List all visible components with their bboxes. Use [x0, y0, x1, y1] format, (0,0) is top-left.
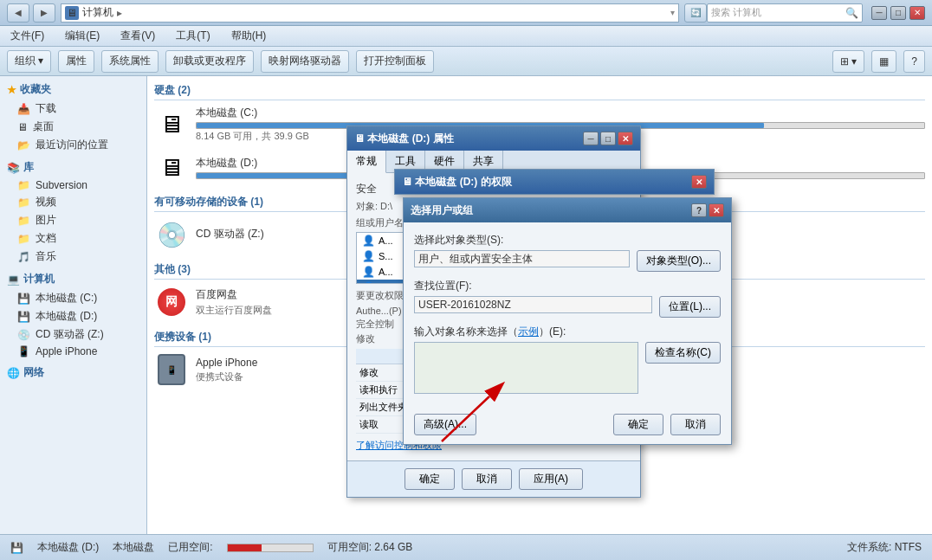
drive-d-icon-large: 🖥	[154, 150, 189, 184]
properties-cancel-btn[interactable]: 取消	[462, 468, 512, 490]
view-options-button[interactable]: ⊞ ▾	[832, 50, 864, 73]
sidebar-item-picture[interactable]: 📁 图片	[0, 211, 146, 229]
menu-help[interactable]: 帮助(H)	[228, 27, 270, 45]
status-fs: 文件系统: NTFS	[847, 540, 922, 555]
sidebar-item-drive-c[interactable]: 💾 本地磁盘 (C:)	[0, 289, 146, 307]
sidebar-item-iphone[interactable]: 📱 Apple iPhone	[0, 344, 146, 359]
details-pane-button[interactable]: ▦	[871, 50, 896, 73]
baidu-icon: 网	[154, 285, 189, 319]
dialog-properties-footer: 确定 取消 应用(A)	[347, 460, 640, 497]
menu-edit[interactable]: 编辑(E)	[61, 27, 103, 45]
example-link[interactable]: 示例	[518, 325, 539, 338]
system-properties-button[interactable]: 系统属性	[101, 50, 159, 73]
forward-button[interactable]: ▶	[33, 3, 55, 23]
status-used-label: 已用空间:	[168, 540, 212, 555]
sidebar-item-document[interactable]: 📁 文档	[0, 229, 146, 248]
object-type-label: 选择此对象类型(S):	[414, 233, 721, 248]
uninstall-button[interactable]: 卸载或更改程序	[165, 50, 254, 73]
search-icon: 🔍	[845, 7, 858, 19]
close-button[interactable]: ✕	[909, 6, 925, 20]
sidebar-item-video[interactable]: 📁 视频	[0, 193, 146, 211]
status-bar-used	[228, 544, 262, 551]
dialog-permissions-title: 🖥 本地磁盘 (D:) 的权限	[402, 175, 689, 190]
drive-d-icon: 💾	[17, 311, 30, 323]
nav-buttons: ◀ ▶	[7, 3, 55, 23]
dialog-permissions-close[interactable]: ✕	[691, 175, 707, 189]
network-header[interactable]: 🌐 网络	[0, 363, 146, 383]
advanced-btn[interactable]: 高级(A)...	[414, 414, 476, 435]
library-header[interactable]: 📚 库	[0, 158, 146, 177]
select-user-title: 选择用户或组	[411, 203, 689, 218]
dialog-properties-minimize[interactable]: ─	[583, 132, 599, 145]
cd-icon: 💿	[17, 329, 30, 341]
status-label2: 本地磁盘	[113, 540, 154, 555]
dialog-properties-close[interactable]: ✕	[618, 132, 633, 145]
location-btn[interactable]: 位置(L)...	[659, 296, 721, 318]
address-text: 计算机	[82, 5, 113, 20]
sidebar-item-drive-z[interactable]: 💿 CD 驱动器 (Z:)	[0, 325, 146, 344]
map-drive-button[interactable]: 映射网络驱动器	[261, 50, 349, 73]
menu-file[interactable]: 文件(F)	[7, 27, 48, 45]
menu-view[interactable]: 查看(V)	[117, 27, 159, 45]
cd-icon-large: 💿	[154, 217, 189, 252]
dialog-properties-maximize[interactable]: □	[600, 132, 616, 145]
status-bar: 💾 本地磁盘 (D:) 本地磁盘 已用空间: 可用空间: 2.64 GB 文件系…	[0, 534, 932, 560]
sidebar-section-computer: 💻 计算机 💾 本地磁盘 (C:) 💾 本地磁盘 (D:) 💿 CD 驱动器 (…	[0, 269, 146, 359]
select-user-cancel-btn[interactable]: 取消	[670, 414, 721, 435]
select-user-ok-btn[interactable]: 确定	[613, 414, 663, 435]
user-icon3: 👤	[362, 266, 375, 278]
select-user-titlebar: 选择用户或组 ? ✕	[404, 198, 731, 222]
user-icon4: 👤	[362, 281, 375, 284]
star-icon: ★	[7, 84, 16, 96]
computer-header[interactable]: 💻 计算机	[0, 269, 146, 289]
sidebar-item-drive-d[interactable]: 💾 本地磁盘 (D:)	[0, 307, 146, 325]
select-user-help[interactable]: ?	[691, 203, 707, 217]
title-bar: ◀ ▶ 🖥 计算机 ▸ ▾ 🔄 搜索 计算机 🔍 ─ □ ✕	[0, 0, 932, 26]
organize-button[interactable]: 组织 ▾	[7, 50, 51, 73]
select-user-close[interactable]: ✕	[709, 203, 724, 217]
sidebar-item-music[interactable]: 🎵 音乐	[0, 248, 146, 266]
folder-icon: 📂	[17, 139, 30, 151]
location-inline: 位置(L)...	[414, 296, 721, 318]
drive-c-icon: 💾	[17, 293, 30, 305]
sidebar-item-recent[interactable]: 📂 最近访问的位置	[0, 136, 146, 154]
sidebar-item-subversion[interactable]: 📁 Subversion	[0, 177, 146, 193]
object-type-inline: 对象类型(O)...	[414, 250, 721, 272]
location-row: 查找位置(F): 位置(L)...	[414, 279, 721, 318]
address-bar[interactable]: 🖥 计算机 ▸ ▾	[61, 3, 679, 23]
properties-ok-btn[interactable]: 确定	[405, 468, 455, 490]
folder-icon: 📁	[17, 233, 30, 245]
menu-bar: 文件(F) 编辑(E) 查看(V) 工具(T) 帮助(H)	[0, 26, 932, 47]
favorites-header[interactable]: ★ 收藏夹	[0, 80, 146, 100]
search-bar[interactable]: 搜索 计算机 🔍	[707, 3, 863, 23]
folder-icon: 🖥	[17, 121, 28, 133]
location-input	[414, 296, 652, 313]
control-panel-button[interactable]: 打开控制面板	[356, 50, 434, 73]
dialog-permissions-titlebar: 🖥 本地磁盘 (D:) 的权限 ✕	[395, 170, 714, 194]
maximize-button[interactable]: □	[890, 6, 906, 20]
user-icon2: 👤	[362, 250, 375, 262]
tab-general[interactable]: 常规	[347, 151, 386, 173]
minimize-button[interactable]: ─	[871, 6, 887, 20]
sidebar-item-desktop[interactable]: 🖥 桌面	[0, 118, 146, 136]
back-button[interactable]: ◀	[7, 3, 29, 23]
refresh-button[interactable]: 🔄	[684, 3, 707, 23]
computer-icon: 💻	[7, 274, 20, 286]
properties-apply-btn[interactable]: 应用(A)	[519, 468, 583, 490]
object-type-field	[414, 250, 630, 267]
check-names-btn[interactable]: 检查名称(C)	[645, 342, 721, 364]
menu-tools[interactable]: 工具(T)	[172, 27, 213, 45]
name-label: 输入对象名称来选择（示例）(E):	[414, 325, 721, 339]
name-inline: 检查名称(C)	[414, 342, 721, 396]
search-placeholder: 搜索 计算机	[711, 6, 761, 19]
dialog-permissions: 🖥 本地磁盘 (D:) 的权限 ✕	[394, 169, 715, 195]
name-field	[414, 342, 638, 396]
help-button[interactable]: ?	[903, 50, 925, 73]
folder-icon: 📁	[17, 215, 30, 227]
object-type-btn[interactable]: 对象类型(O)...	[637, 250, 721, 272]
name-input[interactable]	[414, 342, 638, 394]
folder-icon: 📁	[17, 179, 30, 191]
location-label: 查找位置(F):	[414, 279, 721, 293]
sidebar-item-download[interactable]: 📥 下载	[0, 100, 146, 118]
properties-button[interactable]: 属性	[58, 50, 94, 73]
